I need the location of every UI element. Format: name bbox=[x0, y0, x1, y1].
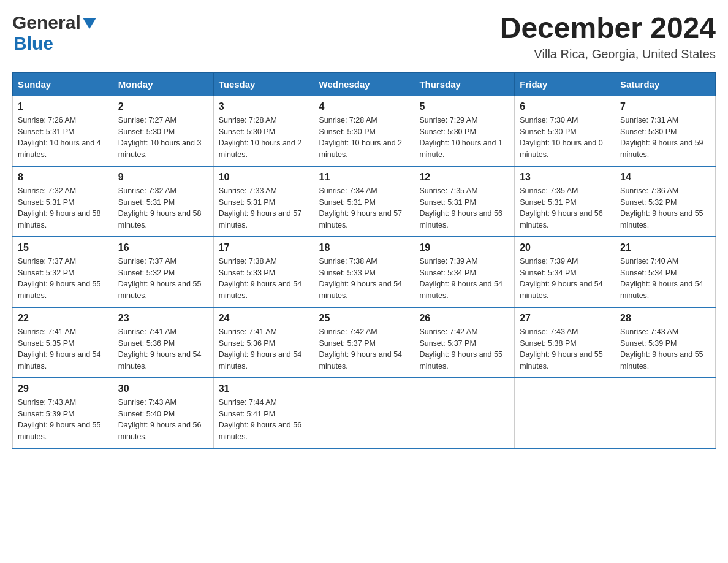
calendar-week-row: 8Sunrise: 7:32 AMSunset: 5:31 PMDaylight… bbox=[13, 166, 716, 237]
day-number: 14 bbox=[620, 172, 710, 183]
day-info: Sunrise: 7:26 AMSunset: 5:31 PMDaylight:… bbox=[18, 115, 108, 161]
day-info: Sunrise: 7:40 AMSunset: 5:34 PMDaylight:… bbox=[620, 256, 710, 302]
calendar-cell bbox=[414, 378, 515, 448]
day-info: Sunrise: 7:39 AMSunset: 5:34 PMDaylight:… bbox=[419, 256, 509, 302]
day-number: 26 bbox=[419, 313, 509, 324]
day-number: 18 bbox=[319, 242, 409, 253]
day-info: Sunrise: 7:32 AMSunset: 5:31 PMDaylight:… bbox=[18, 185, 108, 231]
logo-general-text: General bbox=[12, 12, 81, 33]
day-number: 27 bbox=[520, 313, 610, 324]
title-area: December 2024 Villa Rica, Georgia, Unite… bbox=[500, 12, 716, 61]
calendar-cell: 29Sunrise: 7:43 AMSunset: 5:39 PMDayligh… bbox=[13, 378, 113, 448]
calendar-cell: 25Sunrise: 7:42 AMSunset: 5:37 PMDayligh… bbox=[314, 307, 414, 378]
day-number: 1 bbox=[18, 101, 108, 112]
day-number: 7 bbox=[620, 101, 710, 112]
day-number: 13 bbox=[520, 172, 610, 183]
calendar-week-row: 22Sunrise: 7:41 AMSunset: 5:35 PMDayligh… bbox=[13, 307, 716, 378]
calendar-cell bbox=[314, 378, 414, 448]
day-number: 22 bbox=[18, 313, 108, 324]
calendar-week-row: 29Sunrise: 7:43 AMSunset: 5:39 PMDayligh… bbox=[13, 378, 716, 448]
day-number: 12 bbox=[419, 172, 509, 183]
day-info: Sunrise: 7:37 AMSunset: 5:32 PMDaylight:… bbox=[118, 256, 208, 302]
day-number: 24 bbox=[219, 313, 309, 324]
calendar-cell: 10Sunrise: 7:33 AMSunset: 5:31 PMDayligh… bbox=[213, 166, 314, 237]
month-title: December 2024 bbox=[500, 12, 716, 45]
day-info: Sunrise: 7:34 AMSunset: 5:31 PMDaylight:… bbox=[319, 185, 409, 231]
day-number: 6 bbox=[520, 101, 610, 112]
day-number: 20 bbox=[520, 242, 610, 253]
day-info: Sunrise: 7:41 AMSunset: 5:36 PMDaylight:… bbox=[118, 326, 208, 372]
calendar-cell: 3Sunrise: 7:28 AMSunset: 5:30 PMDaylight… bbox=[213, 96, 314, 166]
calendar-cell: 18Sunrise: 7:38 AMSunset: 5:33 PMDayligh… bbox=[314, 237, 414, 307]
day-info: Sunrise: 7:28 AMSunset: 5:30 PMDaylight:… bbox=[319, 115, 409, 161]
calendar-cell: 9Sunrise: 7:32 AMSunset: 5:31 PMDaylight… bbox=[113, 166, 213, 237]
day-info: Sunrise: 7:42 AMSunset: 5:37 PMDaylight:… bbox=[419, 326, 509, 372]
day-number: 15 bbox=[18, 242, 108, 253]
weekday-header-saturday: Saturday bbox=[615, 72, 716, 96]
day-info: Sunrise: 7:28 AMSunset: 5:30 PMDaylight:… bbox=[219, 115, 309, 161]
day-info: Sunrise: 7:35 AMSunset: 5:31 PMDaylight:… bbox=[419, 185, 509, 231]
day-info: Sunrise: 7:38 AMSunset: 5:33 PMDaylight:… bbox=[319, 256, 409, 302]
calendar-cell: 27Sunrise: 7:43 AMSunset: 5:38 PMDayligh… bbox=[515, 307, 615, 378]
calendar-cell: 26Sunrise: 7:42 AMSunset: 5:37 PMDayligh… bbox=[414, 307, 515, 378]
day-info: Sunrise: 7:32 AMSunset: 5:31 PMDaylight:… bbox=[118, 185, 208, 231]
calendar-cell: 4Sunrise: 7:28 AMSunset: 5:30 PMDaylight… bbox=[314, 96, 414, 166]
calendar-cell: 31Sunrise: 7:44 AMSunset: 5:41 PMDayligh… bbox=[213, 378, 314, 448]
calendar-cell: 19Sunrise: 7:39 AMSunset: 5:34 PMDayligh… bbox=[414, 237, 515, 307]
day-info: Sunrise: 7:41 AMSunset: 5:35 PMDaylight:… bbox=[18, 326, 108, 372]
calendar-cell: 2Sunrise: 7:27 AMSunset: 5:30 PMDaylight… bbox=[113, 96, 213, 166]
day-info: Sunrise: 7:33 AMSunset: 5:31 PMDaylight:… bbox=[219, 185, 309, 231]
day-info: Sunrise: 7:39 AMSunset: 5:34 PMDaylight:… bbox=[520, 256, 610, 302]
day-info: Sunrise: 7:30 AMSunset: 5:30 PMDaylight:… bbox=[520, 115, 610, 161]
weekday-header-row: SundayMondayTuesdayWednesdayThursdayFrid… bbox=[13, 72, 716, 96]
logo-triangle-icon bbox=[83, 18, 96, 29]
calendar-cell: 14Sunrise: 7:36 AMSunset: 5:32 PMDayligh… bbox=[615, 166, 716, 237]
svg-marker-0 bbox=[83, 18, 96, 29]
page-header: General Blue December 2024 Villa Rica, G… bbox=[12, 12, 716, 61]
calendar-cell: 1Sunrise: 7:26 AMSunset: 5:31 PMDaylight… bbox=[13, 96, 113, 166]
calendar-cell: 21Sunrise: 7:40 AMSunset: 5:34 PMDayligh… bbox=[615, 237, 716, 307]
calendar-cell: 7Sunrise: 7:31 AMSunset: 5:30 PMDaylight… bbox=[615, 96, 716, 166]
day-number: 17 bbox=[219, 242, 309, 253]
calendar-cell: 13Sunrise: 7:35 AMSunset: 5:31 PMDayligh… bbox=[515, 166, 615, 237]
day-number: 28 bbox=[620, 313, 710, 324]
calendar-cell: 22Sunrise: 7:41 AMSunset: 5:35 PMDayligh… bbox=[13, 307, 113, 378]
day-info: Sunrise: 7:43 AMSunset: 5:38 PMDaylight:… bbox=[520, 326, 610, 372]
day-number: 23 bbox=[118, 313, 208, 324]
weekday-header-wednesday: Wednesday bbox=[314, 72, 414, 96]
calendar-week-row: 1Sunrise: 7:26 AMSunset: 5:31 PMDaylight… bbox=[13, 96, 716, 166]
weekday-header-sunday: Sunday bbox=[13, 72, 113, 96]
day-number: 19 bbox=[419, 242, 509, 253]
day-info: Sunrise: 7:42 AMSunset: 5:37 PMDaylight:… bbox=[319, 326, 409, 372]
logo: General Blue bbox=[12, 12, 96, 54]
calendar-cell: 11Sunrise: 7:34 AMSunset: 5:31 PMDayligh… bbox=[314, 166, 414, 237]
calendar-cell bbox=[615, 378, 716, 448]
day-number: 31 bbox=[219, 383, 309, 394]
day-info: Sunrise: 7:31 AMSunset: 5:30 PMDaylight:… bbox=[620, 115, 710, 161]
calendar-cell: 8Sunrise: 7:32 AMSunset: 5:31 PMDaylight… bbox=[13, 166, 113, 237]
weekday-header-thursday: Thursday bbox=[414, 72, 515, 96]
day-number: 11 bbox=[319, 172, 409, 183]
day-info: Sunrise: 7:43 AMSunset: 5:39 PMDaylight:… bbox=[18, 397, 108, 443]
day-number: 21 bbox=[620, 242, 710, 253]
day-number: 16 bbox=[118, 242, 208, 253]
day-number: 4 bbox=[319, 101, 409, 112]
day-number: 29 bbox=[18, 383, 108, 394]
location-text: Villa Rica, Georgia, United States bbox=[500, 47, 716, 61]
day-info: Sunrise: 7:38 AMSunset: 5:33 PMDaylight:… bbox=[219, 256, 309, 302]
calendar-cell: 28Sunrise: 7:43 AMSunset: 5:39 PMDayligh… bbox=[615, 307, 716, 378]
day-info: Sunrise: 7:29 AMSunset: 5:30 PMDaylight:… bbox=[419, 115, 509, 161]
day-number: 3 bbox=[219, 101, 309, 112]
day-number: 30 bbox=[118, 383, 208, 394]
calendar-cell: 23Sunrise: 7:41 AMSunset: 5:36 PMDayligh… bbox=[113, 307, 213, 378]
calendar-week-row: 15Sunrise: 7:37 AMSunset: 5:32 PMDayligh… bbox=[13, 237, 716, 307]
calendar-cell: 16Sunrise: 7:37 AMSunset: 5:32 PMDayligh… bbox=[113, 237, 213, 307]
calendar-cell: 15Sunrise: 7:37 AMSunset: 5:32 PMDayligh… bbox=[13, 237, 113, 307]
calendar-cell: 24Sunrise: 7:41 AMSunset: 5:36 PMDayligh… bbox=[213, 307, 314, 378]
day-info: Sunrise: 7:37 AMSunset: 5:32 PMDaylight:… bbox=[18, 256, 108, 302]
day-number: 10 bbox=[219, 172, 309, 183]
calendar-cell: 20Sunrise: 7:39 AMSunset: 5:34 PMDayligh… bbox=[515, 237, 615, 307]
calendar-cell: 5Sunrise: 7:29 AMSunset: 5:30 PMDaylight… bbox=[414, 96, 515, 166]
calendar-cell: 12Sunrise: 7:35 AMSunset: 5:31 PMDayligh… bbox=[414, 166, 515, 237]
calendar-table: SundayMondayTuesdayWednesdayThursdayFrid… bbox=[12, 72, 716, 449]
